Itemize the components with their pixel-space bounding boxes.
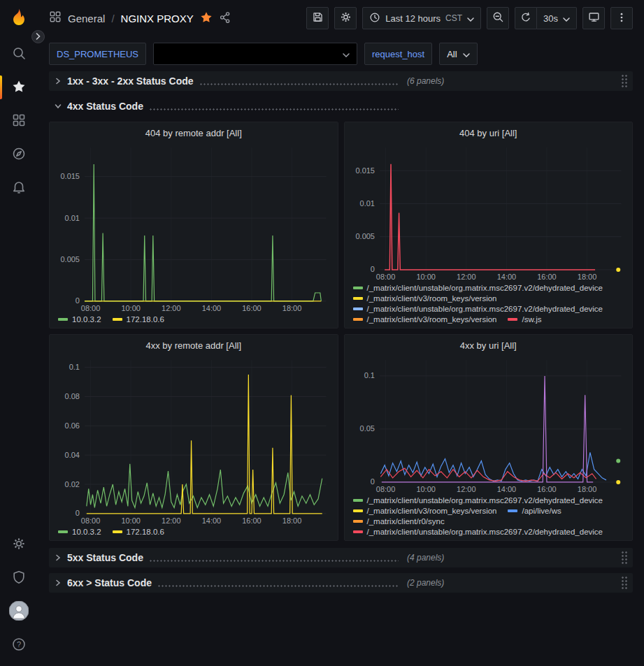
share-button[interactable]	[219, 11, 231, 26]
timeseries-chart[interactable]: 08:0010:0012:0014:0016:0018:0000.020.040…	[54, 356, 334, 526]
legend-item[interactable]: /api/live/ws	[508, 507, 561, 515]
sidebar-item-explore[interactable]	[0, 138, 38, 171]
sidebar-item-starred[interactable]	[0, 71, 38, 104]
legend-item[interactable]: /_matrix/client/unstable/org.matrix.msc2…	[353, 496, 603, 505]
datasource-picker[interactable]	[153, 43, 357, 65]
series-color-marker	[353, 318, 363, 321]
svg-text:0: 0	[76, 509, 80, 517]
panel-count: (4 panels)	[407, 553, 444, 563]
legend-label: /_matrix/client/v3/room_keys/version	[367, 315, 497, 324]
refresh-button[interactable]	[515, 7, 537, 29]
legend-label: /_matrix/client/v3/room_keys/version	[367, 294, 497, 303]
sidebar: ?	[0, 0, 38, 666]
favorite-star-button[interactable]	[200, 11, 213, 26]
dashboard-settings-button[interactable]	[334, 7, 357, 29]
request-host-value: All	[447, 49, 457, 59]
legend-item[interactable]: /sw.js	[508, 315, 541, 324]
chevron-right-icon	[55, 78, 62, 85]
series-color-marker	[58, 318, 68, 321]
chart-legend: /_matrix/client/unstable/org.matrix.msc2…	[349, 282, 629, 326]
expand-menu-button[interactable]	[31, 30, 45, 43]
request-host-label-text: request_host	[372, 49, 424, 59]
sidebar-item-search[interactable]	[0, 37, 38, 71]
row-4xx[interactable]: 4xx Status Code	[49, 96, 633, 116]
row-5xx[interactable]: 5xx Status Code (4 panels)	[49, 548, 633, 567]
refresh-icon	[520, 12, 531, 25]
legend-label: 10.0.3.2	[72, 315, 101, 324]
series-color-marker	[353, 520, 363, 523]
clock-icon	[369, 12, 380, 25]
svg-text:16:00: 16:00	[537, 273, 556, 281]
dashboards-grid-icon	[12, 113, 26, 129]
row-title-group: 6xx > Status Code	[49, 577, 399, 588]
sidebar-item-help[interactable]: ?	[0, 628, 38, 662]
row-1xx-3xx-2xx[interactable]: 1xx - 3xx - 2xx Status Code (6 panels)	[49, 71, 633, 91]
legend-item[interactable]: 10.0.3.2	[58, 315, 101, 324]
legend-item[interactable]: /_matrix/client/unstable/org.matrix.msc2…	[353, 528, 603, 536]
svg-text:0.1: 0.1	[69, 363, 80, 371]
chevron-down-icon	[55, 103, 62, 110]
legend-item[interactable]: /_matrix/client/unstable/org.matrix.msc2…	[353, 284, 603, 292]
legend-item[interactable]: /_matrix/client/v3/room_keys/version	[353, 294, 497, 303]
gear-icon	[12, 537, 26, 553]
row-drag-handle[interactable]	[621, 74, 628, 88]
dashboard-title[interactable]: NGINX PROXY	[121, 13, 194, 24]
cycle-view-mode-button[interactable]	[582, 7, 605, 29]
breadcrumb-separator: /	[111, 13, 114, 24]
legend-item[interactable]: /_matrix/client/v3/room_keys/version	[353, 315, 497, 324]
row-title-group: 4xx Status Code	[49, 101, 399, 112]
chevron-down-icon	[563, 13, 570, 24]
sidebar-item-server-admin[interactable]	[0, 561, 38, 595]
timeseries-chart[interactable]: 08:0010:0012:0014:0016:0018:0000.0050.01…	[54, 143, 334, 314]
chevron-down-icon	[467, 13, 474, 24]
panel-grid: 404 by remote addr [All] 08:0010:0012:00…	[49, 122, 633, 541]
panel-title[interactable]: 4xx by remote addr [All]	[54, 335, 334, 356]
series-color-marker	[353, 297, 363, 300]
sidebar-item-profile[interactable]	[0, 595, 38, 628]
row-title: 5xx Status Code	[67, 552, 143, 563]
series-color-marker	[113, 318, 122, 321]
timezone-label: CST	[445, 13, 462, 23]
sidebar-item-alerting[interactable]	[0, 171, 38, 205]
legend-item[interactable]: 172.18.0.6	[113, 528, 164, 536]
legend-item[interactable]: 172.18.0.6	[113, 315, 164, 324]
svg-text:16:00: 16:00	[242, 304, 261, 312]
more-options-button[interactable]	[610, 7, 633, 29]
svg-text:0: 0	[76, 296, 80, 305]
refresh-interval-picker[interactable]: 30s	[537, 7, 577, 29]
grafana-app: ? General / NGINX PROXY	[0, 0, 644, 666]
timeseries-chart[interactable]: 08:0010:0012:0014:0016:0018:0000.050.1	[349, 356, 629, 495]
grafana-logo[interactable]	[8, 7, 29, 30]
panel-title[interactable]: 404 by uri [All]	[349, 122, 629, 143]
svg-text:14:00: 14:00	[496, 273, 515, 281]
panel-title[interactable]: 4xx by uri [All]	[349, 335, 629, 356]
svg-text:18:00: 18:00	[282, 304, 301, 312]
timeseries-chart[interactable]: 08:0010:0012:0014:0016:0018:0000.0050.01…	[349, 143, 629, 282]
legend-item[interactable]: 10.0.3.2	[58, 528, 101, 536]
legend-item[interactable]: /_matrix/client/r0/sync	[353, 517, 445, 526]
svg-text:0: 0	[370, 265, 374, 273]
row-drag-handle[interactable]	[621, 576, 628, 590]
svg-text:12:00: 12:00	[162, 516, 180, 525]
sidebar-item-configuration[interactable]	[0, 528, 38, 561]
series-color-marker	[113, 530, 122, 533]
svg-text:10:00: 10:00	[121, 304, 140, 312]
sidebar-item-dashboards[interactable]	[0, 104, 38, 138]
time-range-picker[interactable]: Last 12 hours CST	[362, 7, 481, 29]
panel-title[interactable]: 404 by remote addr [All]	[54, 122, 334, 143]
svg-text:18:00: 18:00	[282, 516, 301, 525]
share-icon	[219, 11, 231, 26]
panel-count: (2 panels)	[407, 578, 444, 588]
save-dashboard-button[interactable]	[306, 7, 329, 29]
legend-label: /_matrix/client/unstable/org.matrix.msc2…	[367, 496, 603, 505]
row-6xx[interactable]: 6xx > Status Code (2 panels)	[49, 573, 633, 593]
legend-item[interactable]: /_matrix/client/unstable/org.matrix.msc2…	[353, 305, 603, 313]
row-drag-handle[interactable]	[621, 551, 628, 565]
zoom-out-time-button[interactable]	[487, 7, 509, 29]
legend-item[interactable]: /_matrix/client/v3/room_keys/version	[353, 507, 497, 515]
svg-text:0.015: 0.015	[355, 166, 374, 175]
row-title-group: 5xx Status Code	[49, 552, 399, 563]
request-host-picker[interactable]: All	[439, 43, 477, 65]
svg-text:18:00: 18:00	[577, 485, 596, 493]
breadcrumb-section[interactable]: General	[68, 13, 105, 24]
